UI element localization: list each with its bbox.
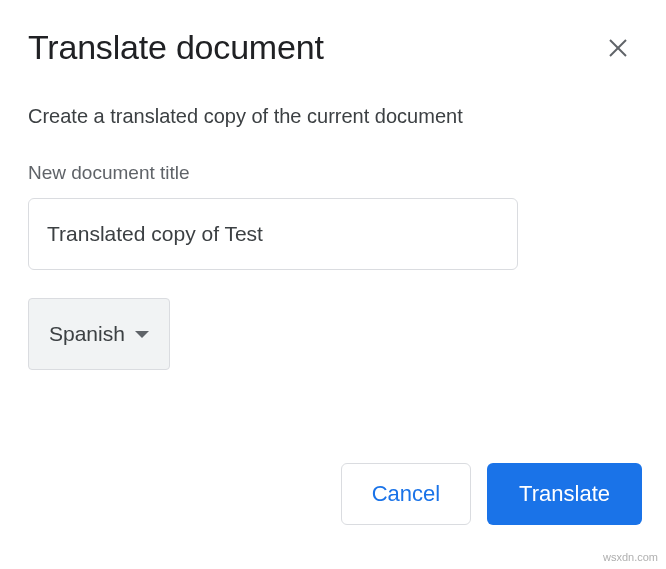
close-icon[interactable] xyxy=(606,36,630,60)
document-title-input[interactable] xyxy=(28,198,518,270)
translate-button[interactable]: Translate xyxy=(487,463,642,525)
chevron-down-icon xyxy=(135,331,149,338)
dialog-title: Translate document xyxy=(28,28,324,67)
language-selected-label: Spanish xyxy=(49,322,125,346)
cancel-button[interactable]: Cancel xyxy=(341,463,471,525)
title-field-label: New document title xyxy=(28,162,638,184)
dialog-description: Create a translated copy of the current … xyxy=(28,105,638,128)
language-dropdown[interactable]: Spanish xyxy=(28,298,170,370)
watermark: wsxdn.com xyxy=(603,551,658,563)
